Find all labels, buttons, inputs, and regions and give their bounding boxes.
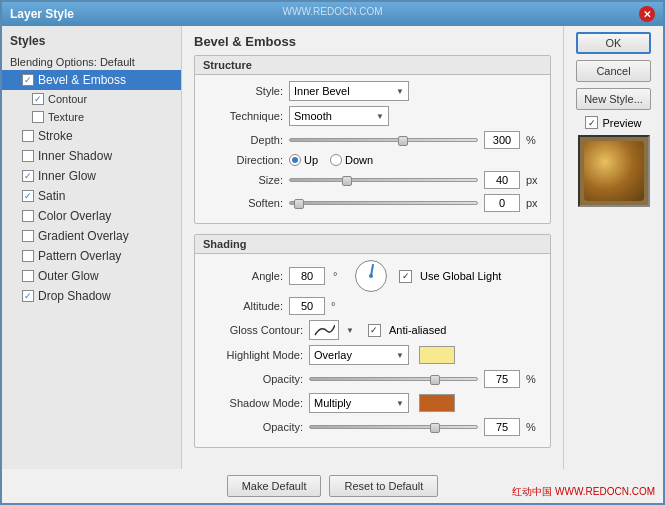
highlight-mode-value: Overlay bbox=[314, 349, 352, 361]
panel-title: Bevel & Emboss bbox=[194, 34, 551, 49]
angle-input[interactable] bbox=[289, 267, 325, 285]
new-style-button[interactable]: New Style... bbox=[576, 88, 651, 110]
technique-select-arrow: ▼ bbox=[376, 112, 384, 121]
bevel-emboss-label: Bevel & Emboss bbox=[38, 73, 126, 87]
sidebar-item-outer-glow[interactable]: Outer Glow bbox=[2, 266, 181, 286]
size-input[interactable] bbox=[484, 171, 520, 189]
depth-thumb[interactable] bbox=[398, 136, 408, 146]
technique-row: Technique: Smooth ▼ bbox=[203, 106, 542, 126]
color-overlay-checkbox[interactable] bbox=[22, 210, 34, 222]
shadow-opacity-slider[interactable] bbox=[309, 421, 478, 433]
shadow-opacity-track bbox=[309, 425, 478, 429]
gradient-overlay-checkbox[interactable] bbox=[22, 230, 34, 242]
texture-checkbox[interactable] bbox=[32, 111, 44, 123]
technique-label: Technique: bbox=[203, 110, 283, 122]
highlight-opacity-thumb[interactable] bbox=[430, 375, 440, 385]
anti-aliased-checkbox[interactable] bbox=[368, 324, 381, 337]
soften-input[interactable] bbox=[484, 194, 520, 212]
right-panel: OK Cancel New Style... Preview bbox=[563, 26, 663, 469]
soften-slider[interactable] bbox=[289, 197, 478, 209]
highlight-opacity-input[interactable] bbox=[484, 370, 520, 388]
sidebar-item-texture[interactable]: Texture bbox=[2, 108, 181, 126]
highlight-mode-select[interactable]: Overlay ▼ bbox=[309, 345, 409, 365]
sidebar: Styles Blending Options: Default Bevel &… bbox=[2, 26, 182, 469]
sidebar-item-inner-glow[interactable]: Inner Glow bbox=[2, 166, 181, 186]
altitude-unit: ° bbox=[331, 300, 347, 312]
inner-glow-label: Inner Glow bbox=[38, 169, 96, 183]
sidebar-item-drop-shadow[interactable]: Drop Shadow bbox=[2, 286, 181, 306]
size-thumb[interactable] bbox=[342, 176, 352, 186]
depth-slider[interactable] bbox=[289, 134, 478, 146]
direction-up-option[interactable]: Up bbox=[289, 154, 318, 166]
shadow-opacity-input[interactable] bbox=[484, 418, 520, 436]
soften-thumb[interactable] bbox=[294, 199, 304, 209]
shadow-mode-select[interactable]: Multiply ▼ bbox=[309, 393, 409, 413]
cancel-button[interactable]: Cancel bbox=[576, 60, 651, 82]
soften-unit: px bbox=[526, 197, 542, 209]
sidebar-item-satin[interactable]: Satin bbox=[2, 186, 181, 206]
layer-style-window: Layer Style WWW.REDOCN.COM ✕ Styles Blen… bbox=[0, 0, 665, 505]
sidebar-item-pattern-overlay[interactable]: Pattern Overlay bbox=[2, 246, 181, 266]
gloss-contour-box[interactable] bbox=[309, 320, 339, 340]
make-default-button[interactable]: Make Default bbox=[227, 475, 322, 497]
highlight-mode-row: Highlight Mode: Overlay ▼ bbox=[203, 345, 542, 365]
contour-checkbox[interactable] bbox=[32, 93, 44, 105]
technique-select[interactable]: Smooth ▼ bbox=[289, 106, 389, 126]
style-row: Style: Inner Bevel ▼ bbox=[203, 81, 542, 101]
direction-down-radio[interactable] bbox=[330, 154, 342, 166]
anti-aliased-label: Anti-aliased bbox=[389, 324, 446, 336]
size-track bbox=[289, 178, 478, 182]
stroke-checkbox[interactable] bbox=[22, 130, 34, 142]
satin-label: Satin bbox=[38, 189, 65, 203]
highlight-color-swatch[interactable] bbox=[419, 346, 455, 364]
style-value: Inner Bevel bbox=[294, 85, 350, 97]
structure-header: Structure bbox=[195, 56, 550, 75]
drop-shadow-checkbox[interactable] bbox=[22, 290, 34, 302]
use-global-light-label: Use Global Light bbox=[420, 270, 501, 282]
inner-glow-checkbox[interactable] bbox=[22, 170, 34, 182]
contour-label: Contour bbox=[48, 93, 87, 105]
sidebar-item-stroke[interactable]: Stroke bbox=[2, 126, 181, 146]
altitude-input[interactable] bbox=[289, 297, 325, 315]
use-global-light-checkbox[interactable] bbox=[399, 270, 412, 283]
ok-button[interactable]: OK bbox=[576, 32, 651, 54]
style-label: Style: bbox=[203, 85, 283, 97]
angle-widget[interactable] bbox=[355, 260, 387, 292]
reset-to-default-button[interactable]: Reset to Default bbox=[329, 475, 438, 497]
inner-shadow-checkbox[interactable] bbox=[22, 150, 34, 162]
color-overlay-label: Color Overlay bbox=[38, 209, 111, 223]
size-unit: px bbox=[526, 174, 542, 186]
depth-input[interactable] bbox=[484, 131, 520, 149]
direction-down-option[interactable]: Down bbox=[330, 154, 373, 166]
highlight-opacity-unit: % bbox=[526, 373, 542, 385]
highlight-opacity-slider[interactable] bbox=[309, 373, 478, 385]
direction-row: Direction: Up Down bbox=[203, 154, 542, 166]
sidebar-item-contour[interactable]: Contour bbox=[2, 90, 181, 108]
sidebar-item-inner-shadow[interactable]: Inner Shadow bbox=[2, 146, 181, 166]
size-slider[interactable] bbox=[289, 174, 478, 186]
shadow-color-swatch[interactable] bbox=[419, 394, 455, 412]
drop-shadow-label: Drop Shadow bbox=[38, 289, 111, 303]
shadow-mode-arrow: ▼ bbox=[396, 399, 404, 408]
gradient-overlay-label: Gradient Overlay bbox=[38, 229, 129, 243]
shading-section: Shading Angle: ° Use Globa bbox=[194, 234, 551, 448]
sidebar-item-bevel-emboss[interactable]: Bevel & Emboss bbox=[2, 70, 181, 90]
style-select[interactable]: Inner Bevel ▼ bbox=[289, 81, 409, 101]
sidebar-item-gradient-overlay[interactable]: Gradient Overlay bbox=[2, 226, 181, 246]
preview-checkbox[interactable] bbox=[585, 116, 598, 129]
pattern-overlay-checkbox[interactable] bbox=[22, 250, 34, 262]
preview-box bbox=[578, 135, 650, 207]
bevel-emboss-checkbox[interactable] bbox=[22, 74, 34, 86]
window-title: Layer Style bbox=[10, 7, 74, 21]
depth-row: Depth: % bbox=[203, 131, 542, 149]
shadow-opacity-label: Opacity: bbox=[203, 421, 303, 433]
outer-glow-checkbox[interactable] bbox=[22, 270, 34, 282]
satin-checkbox[interactable] bbox=[22, 190, 34, 202]
direction-up-radio[interactable] bbox=[289, 154, 301, 166]
shadow-opacity-thumb[interactable] bbox=[430, 423, 440, 433]
structure-section: Structure Style: Inner Bevel ▼ T bbox=[194, 55, 551, 224]
angle-row: Angle: ° Use Global Light bbox=[203, 260, 542, 292]
soften-label: Soften: bbox=[203, 197, 283, 209]
close-button[interactable]: ✕ bbox=[639, 6, 655, 22]
sidebar-item-color-overlay[interactable]: Color Overlay bbox=[2, 206, 181, 226]
